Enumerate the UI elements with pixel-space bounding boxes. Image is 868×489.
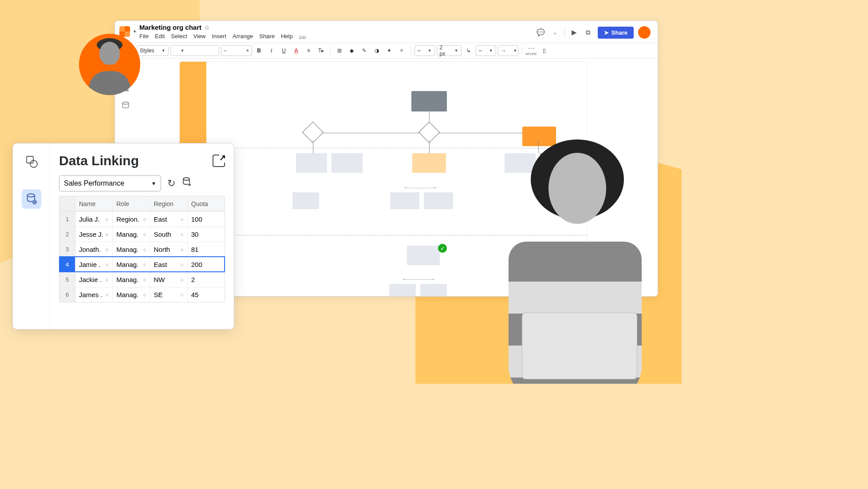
cell-quota[interactable]: 45: [188, 287, 225, 302]
cell-role[interactable]: Manag.⟐: [113, 227, 150, 242]
text-tool-button[interactable]: T▸: [316, 45, 327, 56]
arrow-start-select[interactable]: ▼: [476, 45, 496, 56]
shape-button[interactable]: ⊞: [334, 45, 345, 56]
cell-role[interactable]: Manag.⟐: [113, 272, 150, 287]
cell-quota[interactable]: 81: [188, 242, 225, 257]
effects-button[interactable]: ✦: [384, 45, 395, 56]
decision-node[interactable]: [302, 122, 324, 143]
menu-edit[interactable]: Edit: [155, 33, 165, 40]
panel-toggle-icon[interactable]: ▯: [539, 45, 550, 56]
org-node[interactable]: [420, 284, 447, 296]
cell-name[interactable]: James .⟐: [75, 287, 113, 302]
cell-region[interactable]: North⟐: [150, 242, 188, 257]
cell-role[interactable]: Region.⟐: [113, 212, 150, 227]
org-node[interactable]: [292, 192, 319, 209]
cell-role[interactable]: Manag.⟐: [113, 287, 150, 302]
org-node[interactable]: [424, 192, 453, 209]
data-tab-icon[interactable]: [22, 189, 41, 209]
opacity-button[interactable]: ◑: [371, 45, 382, 56]
connector-button[interactable]: ↳: [463, 45, 474, 56]
user-avatar[interactable]: [638, 26, 651, 39]
text-color-button[interactable]: A: [291, 45, 302, 56]
align-button[interactable]: ≡: [304, 45, 314, 56]
styles-select[interactable]: Styles ▼: [137, 45, 169, 56]
table-row[interactable]: 3Jonath.⟐Manag.⟐North⟐81: [59, 242, 225, 257]
popout-icon[interactable]: [213, 155, 225, 167]
record-icon[interactable]: ⧉: [584, 28, 593, 37]
cell-quota[interactable]: 2: [188, 272, 225, 287]
cell-role[interactable]: Manag.⟐: [113, 242, 150, 257]
cell-region[interactable]: South⟐: [150, 227, 188, 242]
decrease-icon[interactable]: −: [221, 45, 229, 56]
bold-button[interactable]: B: [254, 45, 264, 56]
cell-region[interactable]: SE⟐: [150, 287, 188, 302]
table-row[interactable]: 2Jesse J.⟐Manag.⟐South⟐30: [59, 227, 225, 242]
fill-button[interactable]: ◆: [347, 45, 357, 56]
share-button[interactable]: ➤ Share: [598, 27, 634, 39]
org-node[interactable]: [389, 284, 416, 296]
table-row[interactable]: 1Julia J.⟐Region.⟐East⟐100: [59, 211, 225, 227]
underline-button[interactable]: U: [279, 45, 289, 56]
cell-name[interactable]: Julia J.⟐: [75, 212, 113, 227]
refresh-icon[interactable]: ↻: [167, 178, 175, 189]
col-role[interactable]: Role: [113, 196, 150, 211]
present-icon[interactable]: ▶: [569, 28, 579, 37]
comment-icon[interactable]: 💬: [536, 28, 546, 37]
border-color-button[interactable]: ✎: [359, 45, 370, 56]
org-node[interactable]: [522, 127, 556, 146]
cell-quota[interactable]: 30: [188, 227, 225, 242]
col-quota[interactable]: Quota: [188, 196, 225, 211]
styles-label: Styles: [140, 48, 154, 54]
line-width-select[interactable]: 2 px▼: [437, 45, 462, 56]
svg-rect-1: [27, 156, 33, 163]
cell-name[interactable]: Jamie .⟐: [75, 257, 113, 272]
font-size-stepper[interactable]: − +: [221, 45, 252, 56]
menu-insert[interactable]: Insert: [212, 33, 226, 40]
cell-name[interactable]: Jackie .⟐: [75, 272, 113, 287]
menu-help[interactable]: Help: [281, 33, 293, 40]
cell-region[interactable]: East⟐: [150, 257, 188, 272]
col-name[interactable]: Name: [75, 196, 113, 211]
magic-button[interactable]: ✧: [396, 45, 407, 56]
svg-point-3: [27, 194, 34, 197]
menu-search-icon[interactable]: ⌕⌕: [299, 33, 306, 40]
org-node[interactable]: [412, 153, 446, 173]
menu-arrange[interactable]: Arrange: [233, 33, 253, 40]
cell-name[interactable]: Jesse J.⟐: [75, 227, 113, 242]
table-row[interactable]: 5Jackie .⟐Manag.⟐NW⟐2: [59, 272, 225, 287]
org-node[interactable]: [407, 246, 440, 265]
org-node[interactable]: [331, 153, 363, 173]
chevron-down-icon[interactable]: ⌄: [550, 28, 560, 37]
italic-button[interactable]: I: [266, 45, 277, 56]
more-button[interactable]: ⋯ MORE: [526, 45, 537, 56]
star-icon[interactable]: ☆: [204, 24, 210, 31]
cell-region[interactable]: NW⟐: [150, 272, 188, 287]
col-region[interactable]: Region: [150, 196, 188, 211]
menu-view[interactable]: View: [193, 33, 206, 40]
menu-share[interactable]: Share: [259, 33, 275, 40]
cell-role[interactable]: Manag.⟐: [113, 257, 150, 272]
cell-quota[interactable]: 100: [188, 212, 225, 227]
menu-file[interactable]: File: [139, 33, 149, 40]
decision-node[interactable]: [418, 122, 440, 143]
cell-region[interactable]: East⟐: [150, 212, 188, 227]
logo-chevron-icon[interactable]: ▾: [134, 29, 136, 34]
data-rail-icon[interactable]: [121, 101, 130, 110]
table-row[interactable]: 6James .⟐Manag.⟐SE⟐45: [59, 287, 225, 302]
font-select[interactable]: ▼: [170, 45, 219, 56]
org-node[interactable]: [411, 91, 447, 111]
cell-quota[interactable]: 200: [188, 257, 225, 272]
table-row[interactable]: 4Jamie .⟐Manag.⟐East⟐200: [59, 257, 225, 272]
org-node[interactable]: [296, 153, 327, 173]
menu-select[interactable]: Select: [171, 33, 187, 40]
org-node[interactable]: [390, 192, 419, 209]
app-logo-icon[interactable]: [119, 26, 130, 37]
arrow-end-select[interactable]: →▼: [498, 45, 518, 56]
increase-icon[interactable]: +: [244, 45, 252, 56]
shapes-tab-icon[interactable]: [25, 155, 38, 171]
data-settings-icon[interactable]: [181, 177, 192, 190]
document-title[interactable]: Marketing org chart: [139, 24, 201, 31]
line-style-select[interactable]: ▼: [414, 45, 435, 56]
datasource-select[interactable]: Sales Performance ▼: [59, 175, 161, 191]
cell-name[interactable]: Jonath.⟐: [75, 242, 113, 257]
